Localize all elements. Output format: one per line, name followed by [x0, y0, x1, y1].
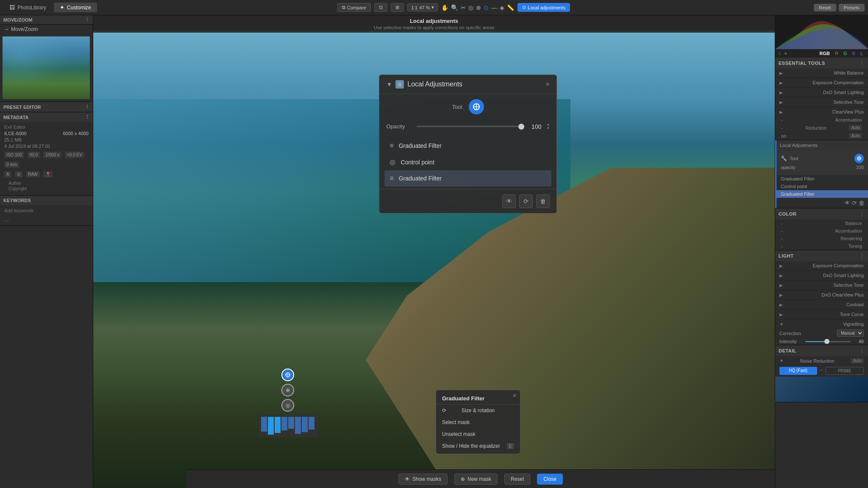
- lens-tool-icon[interactable]: ◎: [468, 4, 473, 11]
- tool-circle-main[interactable]: [281, 369, 294, 381]
- light-exp-row[interactable]: ▶ Exposure Compensation: [775, 261, 868, 270]
- light-vignette-row[interactable]: ▼ Vignetting: [775, 320, 868, 328]
- close-button[interactable]: Close: [537, 474, 563, 485]
- hist-g[interactable]: G: [842, 50, 849, 56]
- light-header[interactable]: LIGHT ⋮: [775, 250, 868, 261]
- selective-tone-row[interactable]: ▶ Selective Tone: [775, 98, 868, 106]
- new-mask-button[interactable]: ⊕ New mask: [454, 474, 498, 485]
- opacity-up-arrow[interactable]: ▲: [546, 123, 550, 126]
- hist-r[interactable]: R: [833, 50, 840, 56]
- light-expand-icon[interactable]: ⋮: [860, 253, 865, 259]
- exposure-comp-row[interactable]: ▶ Exposure Compensation: [775, 78, 868, 87]
- light-tc-row[interactable]: ▶ Tone Curve: [775, 310, 868, 319]
- nr-hq-button[interactable]: HQ (Fast): [779, 367, 817, 375]
- gf-item-0[interactable]: ≡ Graduated Filter: [384, 138, 551, 154]
- clearview-row[interactable]: ▶ ClearView Plus: [775, 108, 868, 116]
- light-sl-arrow[interactable]: ▶: [779, 273, 783, 278]
- compare-button[interactable]: ⧉ Compare: [337, 3, 371, 12]
- clone-tool-icon[interactable]: ⊕: [476, 4, 481, 11]
- exp-expand-arrow[interactable]: ▶: [779, 80, 783, 85]
- context-item-show-hide-eq[interactable]: Show / Hide the equalizer E: [436, 440, 520, 452]
- light-contrast-row[interactable]: ▶ Contrast: [775, 300, 868, 309]
- crop-tool-icon[interactable]: ✂: [461, 4, 466, 11]
- hist-mode-btn[interactable]: ☾ ☀: [779, 51, 787, 56]
- st-expand-arrow[interactable]: ▶: [779, 100, 783, 105]
- on-sub[interactable]: on Auto: [775, 132, 868, 140]
- la-list-item-0[interactable]: Graduated Filter: [776, 175, 868, 183]
- show-masks-button[interactable]: 👁 Show masks: [398, 474, 448, 485]
- light-cv-row[interactable]: ▶ DxO ClearView Plus: [775, 291, 868, 299]
- la-list-item-1[interactable]: Control point: [776, 183, 868, 190]
- gf-tool-icon[interactable]: [469, 99, 484, 114]
- horizon-tool-icon[interactable]: —: [491, 4, 497, 11]
- move-zoom-menu-icon[interactable]: ⋮: [85, 17, 89, 22]
- metadata-header[interactable]: METADATA ⋮: [0, 112, 93, 122]
- color-accentuation-row[interactable]: - Accentuation: [775, 227, 868, 235]
- la-list-item-2[interactable]: Graduated Filter: [776, 190, 868, 198]
- gf-item-1[interactable]: ◎ Control point: [384, 154, 551, 170]
- view-mode-button[interactable]: ⊡: [374, 3, 387, 12]
- detail-expand-icon[interactable]: ⋮: [860, 348, 865, 354]
- gf-opacity-handle[interactable]: [518, 124, 524, 130]
- crop-button[interactable]: ⊞: [391, 3, 404, 12]
- context-item-select-mask[interactable]: Select mask: [436, 416, 520, 428]
- vignette-correction-select[interactable]: Manual: [837, 330, 864, 337]
- detail-header[interactable]: DETAIL ⋮: [775, 345, 868, 356]
- hist-b[interactable]: B: [851, 50, 857, 56]
- color-balance-row[interactable]: - Balance: [775, 219, 868, 227]
- light-cv-arrow[interactable]: ▶: [779, 293, 783, 297]
- la-delete-btn[interactable]: 🗑: [859, 200, 865, 206]
- gf-opacity-slider[interactable]: [417, 126, 521, 127]
- keywords-header[interactable]: Keywords: [0, 196, 93, 205]
- presets-button[interactable]: Presets: [839, 4, 865, 11]
- preset-editor-header[interactable]: PRESET EDITOR ⋮: [0, 102, 93, 112]
- gf-close-icon[interactable]: ✕: [545, 81, 550, 87]
- gf-refresh-button[interactable]: ⟳: [519, 194, 533, 208]
- light-exp-arrow[interactable]: ▶: [779, 263, 783, 268]
- light-st-arrow[interactable]: ▶: [779, 283, 783, 288]
- keywords-input[interactable]: [4, 208, 89, 213]
- local-adjustments-button[interactable]: ⊙ Local adjustments: [517, 3, 570, 12]
- tab-photo-library[interactable]: 🖼 PhotoLibrary: [3, 3, 52, 12]
- smart-lighting-row[interactable]: ▶ DxO Smart Lighting: [775, 88, 868, 97]
- nr-expand-arrow[interactable]: ▼: [779, 358, 784, 363]
- opacity-down-arrow[interactable]: ▼: [546, 127, 550, 130]
- color-toning-row[interactable]: - Toning: [775, 242, 868, 250]
- gf-item-2[interactable]: ≡ Graduated Filter: [384, 170, 551, 186]
- white-balance-row[interactable]: ▶ White Balance: [775, 69, 868, 77]
- la-refresh-btn[interactable]: ⟳: [852, 200, 857, 206]
- accentuation-sub[interactable]: - Accentuation: [775, 116, 868, 124]
- wb-tool-icon[interactable]: ◈: [500, 4, 504, 11]
- local-adj-tool-icon[interactable]: ⊙: [484, 4, 489, 11]
- sl-expand-arrow[interactable]: ▶: [779, 90, 783, 95]
- color-rendering-row[interactable]: - Rendering: [775, 235, 868, 242]
- light-vignette-arrow[interactable]: ▼: [779, 322, 784, 327]
- tool-circle-2[interactable]: ⊕: [281, 384, 294, 396]
- hist-l[interactable]: L: [859, 50, 865, 56]
- vignette-intensity-slider[interactable]: [805, 341, 851, 342]
- la-tool-btn[interactable]: [854, 154, 864, 163]
- context-item-unselect-mask[interactable]: Unselect mask: [436, 428, 520, 440]
- context-close-button[interactable]: ✕: [512, 393, 517, 399]
- color-expand-icon[interactable]: ⋮: [860, 211, 865, 217]
- context-item-size-rotation[interactable]: ⟳ Size & rotation: [436, 405, 520, 416]
- cv-expand-arrow[interactable]: ▶: [779, 110, 783, 114]
- reset-button[interactable]: Reset: [814, 4, 836, 11]
- gf-visibility-button[interactable]: 👁: [502, 194, 516, 208]
- light-sl-row[interactable]: ▶ DxO Smart Lighting: [775, 271, 868, 280]
- color-header[interactable]: COLOR ⋮: [775, 208, 868, 219]
- tool-circle-3[interactable]: ◎: [281, 399, 294, 412]
- light-tc-arrow[interactable]: ▶: [779, 312, 783, 317]
- essential-tools-header[interactable]: ESSENTIAL TOOLS ⋮: [775, 58, 868, 69]
- la-right-header[interactable]: Local Adjustments: [776, 140, 868, 150]
- gf-delete-button[interactable]: 🗑: [536, 194, 550, 208]
- zoom-tool-icon[interactable]: 🔍: [451, 4, 458, 11]
- wb-expand-arrow[interactable]: ▶: [779, 71, 783, 75]
- hist-rgb[interactable]: RGB: [818, 50, 832, 56]
- gf-collapse-arrow[interactable]: ▼: [386, 81, 392, 88]
- light-st-row[interactable]: ▶ Selective Tone: [775, 281, 868, 289]
- measure-tool-icon[interactable]: 📏: [507, 4, 514, 11]
- noise-reduction-row[interactable]: ▼ Noise Reduction Auto: [775, 356, 868, 365]
- hand-tool-icon[interactable]: ✋: [441, 4, 448, 11]
- tab-customize[interactable]: ✦ Customize: [54, 3, 97, 12]
